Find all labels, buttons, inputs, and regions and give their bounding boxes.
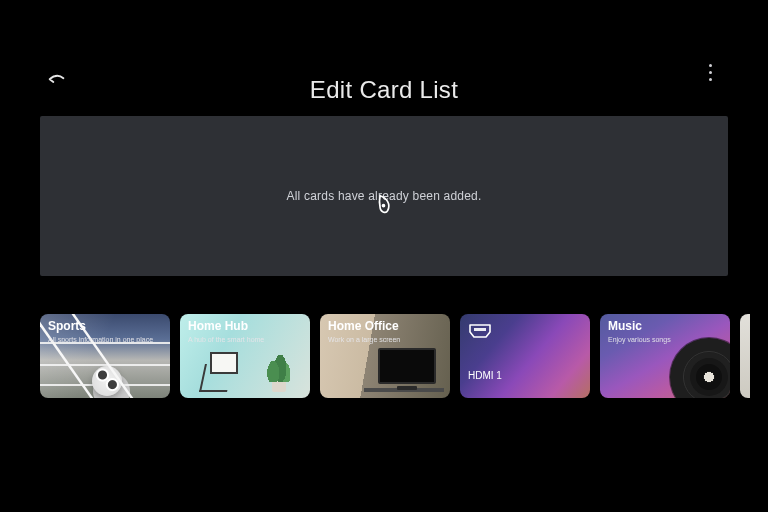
- card-title: HDMI 1: [468, 370, 502, 381]
- card-subtitle: Work on a large screen: [328, 336, 442, 344]
- card-subtitle: Enjoy various songs: [608, 336, 722, 344]
- vinyl-record-icon: [670, 338, 730, 398]
- soccer-ball-icon: [92, 366, 122, 396]
- card-title: Home Hub: [188, 320, 302, 334]
- tv-icon: [378, 348, 436, 384]
- card-rail[interactable]: Sports All sports information in one pla…: [40, 314, 750, 404]
- card-title: Home Office: [328, 320, 442, 334]
- shelf-icon: [202, 352, 244, 392]
- card-title: Sports: [48, 320, 162, 334]
- more-button[interactable]: [700, 62, 720, 82]
- card-sports[interactable]: Sports All sports information in one pla…: [40, 314, 170, 398]
- card-home-office[interactable]: Home Office Work on a large screen: [320, 314, 450, 398]
- card-home-hub[interactable]: Home Hub A hub of the smart home: [180, 314, 310, 398]
- hdmi-icon: [468, 324, 492, 338]
- plant-icon: [264, 346, 292, 392]
- page-title: Edit Card List: [38, 76, 730, 104]
- available-cards-panel: All cards have already been added.: [40, 116, 728, 276]
- card-subtitle: All sports information in one place: [48, 336, 162, 344]
- card-next-peek[interactable]: [740, 314, 750, 398]
- card-music[interactable]: Music Enjoy various songs: [600, 314, 730, 398]
- more-icon: [709, 64, 712, 67]
- card-subtitle: A hub of the smart home: [188, 336, 302, 344]
- card-title: Music: [608, 320, 722, 334]
- card-hdmi-1[interactable]: HDMI 1: [460, 314, 590, 398]
- empty-state-message: All cards have already been added.: [287, 189, 482, 203]
- header: Edit Card List: [38, 0, 730, 102]
- svg-rect-1: [474, 328, 486, 331]
